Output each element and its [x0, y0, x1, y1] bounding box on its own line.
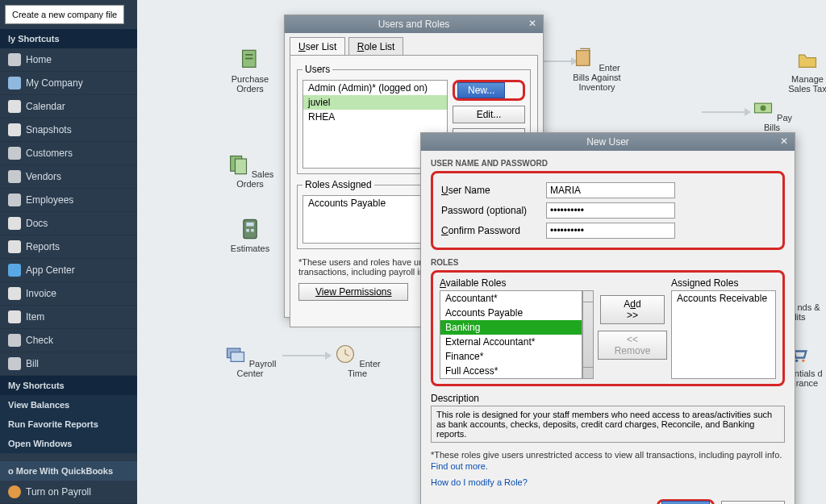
svg-rect-11: [251, 229, 254, 232]
label-password: Password (optional): [441, 205, 546, 216]
sidebar-item-label: Check: [26, 335, 53, 346]
sidebar-item[interactable]: Turn on Payroll: [0, 481, 137, 504]
cancel-button[interactable]: Cancel: [721, 501, 785, 504]
sidebar-item-label: Vendors: [26, 171, 61, 182]
list-item[interactable]: juviel: [303, 95, 447, 110]
svg-rect-1: [245, 54, 252, 56]
svg-rect-2: [245, 58, 252, 60]
arrow-icon: [702, 111, 746, 113]
nav-icon: [8, 264, 21, 277]
wf-enter-time[interactable]: Enter Time: [329, 343, 386, 378]
list-item[interactable]: Accounts Payable: [303, 196, 431, 210]
document-icon: [239, 48, 261, 71]
remove-button[interactable]: << Remove: [598, 331, 668, 360]
description-box: This role is designed for your staff mem…: [431, 406, 785, 443]
add-button[interactable]: Add >>: [600, 295, 665, 324]
close-icon[interactable]: ✕: [777, 135, 791, 148]
sidebar-item-label: Snapshots: [26, 124, 72, 135]
sidebar-item[interactable]: Vendors: [0, 165, 137, 189]
tab-user-list[interactable]: User List: [290, 37, 345, 56]
new-button[interactable]: New...: [457, 82, 505, 98]
svg-point-17: [802, 359, 805, 362]
wf-manage-tax[interactable]: Manage Sales Tax: [779, 48, 826, 94]
sidebar-item-label: Customers: [26, 148, 73, 159]
section-view-balances[interactable]: View Balances: [0, 395, 137, 414]
sidebar-item[interactable]: App Center: [0, 259, 137, 282]
edit-button[interactable]: Edit...: [453, 106, 525, 123]
sidebar-item-label: App Center: [26, 264, 75, 276]
list-item[interactable]: Finance*: [440, 349, 582, 364]
dialog-new-user: New User ✕ USER NAME AND PASSWORD User N…: [420, 132, 795, 504]
tabbar: User List Role List: [285, 33, 543, 55]
sidebar-item[interactable]: Invoice: [0, 282, 137, 306]
nav-icon: [8, 100, 21, 113]
section-my-shortcuts[interactable]: My Shortcuts: [0, 376, 137, 395]
sidebar-item-label: Invoice: [26, 288, 56, 299]
sidebar-item[interactable]: Bill: [0, 352, 137, 376]
sidebar-item[interactable]: Employees: [0, 189, 137, 212]
svg-rect-10: [246, 229, 249, 232]
nav-icon: [8, 485, 21, 498]
wf-payroll-center[interactable]: Payroll Center: [222, 343, 278, 378]
list-item[interactable]: Admin (Admin)* (logged on): [303, 81, 447, 95]
list-item[interactable]: Accounts Receivable: [672, 291, 775, 306]
money-icon: [752, 97, 774, 119]
nav-icon: [8, 240, 21, 253]
titlebar-users[interactable]: Users and Roles ✕: [285, 15, 543, 33]
confirm-password-field[interactable]: [546, 223, 675, 239]
highlight-credentials: User Name Password (optional) Confirm Pa…: [431, 171, 785, 250]
list-item[interactable]: Accountant*: [440, 291, 582, 306]
tab-role-list[interactable]: Role List: [348, 37, 404, 56]
wf-purchase-orders[interactable]: Purchase Orders: [222, 48, 278, 94]
svg-rect-13: [231, 352, 244, 362]
nav-icon: [8, 310, 21, 323]
scroll-down-icon[interactable]: [583, 367, 593, 378]
available-roles-listbox[interactable]: Accountant* Accounts Payable Banking Ext…: [440, 290, 582, 379]
list-item[interactable]: RHEA: [303, 110, 447, 124]
ok-button[interactable]: OK: [661, 501, 709, 504]
scrollbar[interactable]: [582, 290, 594, 379]
sidebar-item[interactable]: Calendar: [0, 95, 137, 119]
sidebar-item[interactable]: My Company: [0, 72, 137, 95]
sidebar-item[interactable]: Customers: [0, 142, 137, 165]
wf-label: Manage Sales Tax: [788, 74, 826, 94]
close-icon[interactable]: ✕: [525, 18, 540, 31]
sidebar-item[interactable]: Docs: [0, 212, 137, 235]
wf-estimates[interactable]: Estimates: [222, 218, 278, 253]
sidebar-item[interactable]: Reports: [0, 235, 137, 259]
scroll-up-icon[interactable]: [583, 291, 593, 302]
wf-enter-bills[interactable]: Enter Bills Against Inventory: [569, 47, 625, 92]
view-permissions-button[interactable]: View Permissions: [298, 283, 408, 301]
username-field[interactable]: [546, 182, 675, 198]
link-modify-role[interactable]: How do I modify a Role?: [431, 477, 528, 487]
new-company-button[interactable]: Create a new company file: [5, 5, 124, 24]
folder-icon: [796, 48, 819, 71]
sidebar-item[interactable]: Snapshots: [0, 119, 137, 142]
label-assigned-roles: Assigned Roles: [671, 277, 776, 289]
section-roles: ROLES: [431, 258, 785, 267]
list-item[interactable]: External Accountant*: [440, 335, 582, 349]
titlebar-new-user[interactable]: New User ✕: [421, 133, 795, 151]
assigned-roles-listbox[interactable]: Accounts Receivable: [671, 290, 776, 379]
section-open-windows[interactable]: Open Windows: [0, 434, 137, 453]
svg-rect-3: [577, 51, 590, 66]
label-username: User Name: [441, 185, 546, 196]
sidebar-item[interactable]: Home: [0, 48, 137, 72]
roles-assigned-listbox[interactable]: Accounts Payable: [302, 195, 432, 244]
nav-icon: [8, 147, 21, 160]
label-confirm: Confirm Password: [441, 225, 546, 236]
password-field[interactable]: [546, 202, 675, 219]
list-item[interactable]: Banking: [440, 320, 582, 335]
sidebar-item[interactable]: Check: [0, 329, 137, 352]
section-run-reports[interactable]: Run Favorite Reports: [0, 414, 137, 434]
sidebar: Create a new company file ly Shortcuts H…: [0, 0, 137, 504]
wf-sales-orders[interactable]: Sales Orders: [222, 153, 278, 189]
list-item[interactable]: Full Access*: [440, 364, 582, 378]
list-item[interactable]: Accounts Payable: [440, 306, 582, 320]
wf-pay-bills[interactable]: Pay Bills: [744, 97, 800, 132]
arrow-icon: [540, 60, 573, 62]
sidebar-item[interactable]: Item: [0, 306, 137, 329]
link-find-out-more[interactable]: Find out more.: [431, 461, 488, 471]
nav-icon: [8, 170, 21, 183]
arrow-icon: [282, 355, 327, 356]
